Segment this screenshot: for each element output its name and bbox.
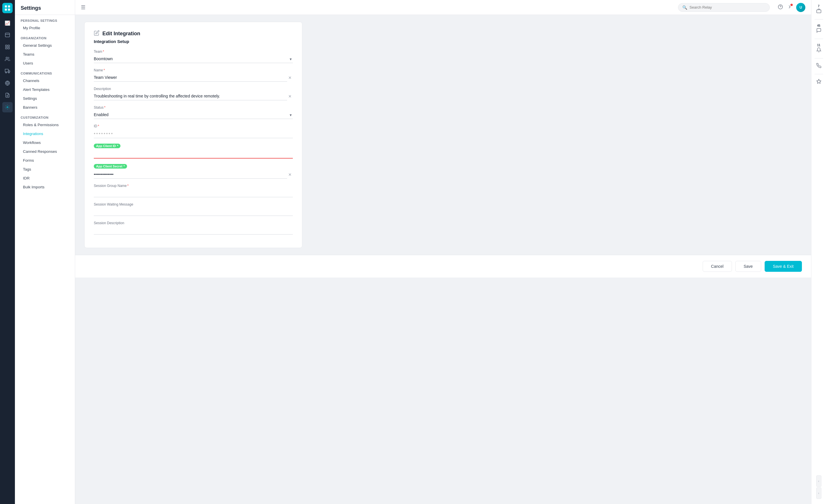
id-required-star: *	[98, 124, 99, 128]
svg-point-16	[7, 107, 8, 108]
right-panel-item-phone[interactable]	[814, 61, 824, 71]
app-logo[interactable]	[2, 3, 13, 13]
form-title-row: Edit Integration	[94, 30, 293, 37]
cancel-button[interactable]: Cancel	[703, 261, 732, 272]
status-label: Status*	[94, 106, 293, 110]
description-input[interactable]	[94, 92, 287, 100]
sidebar-item-workflows[interactable]: Workflows	[15, 138, 75, 147]
app-client-id-input[interactable]	[94, 150, 293, 159]
name-input[interactable]	[94, 73, 287, 82]
search-bar: 🔍	[678, 3, 770, 12]
sidebar-item-idr[interactable]: IDR	[15, 174, 75, 183]
sidebar-item-tags[interactable]: Tags	[15, 165, 75, 174]
svg-point-11	[5, 72, 7, 73]
status-field-group: Status* Enabled Disabled ▾	[94, 106, 293, 119]
sidebar-item-forms[interactable]: Forms	[15, 156, 75, 165]
main-scrollable: Edit Integration Integration Setup Team*…	[75, 15, 811, 504]
app-client-secret-badge: App Client Secret *	[94, 164, 127, 169]
nav-globe[interactable]	[2, 78, 13, 88]
id-input-wrapper	[94, 129, 293, 138]
right-panel-item-45[interactable]: 45	[814, 22, 824, 36]
save-exit-button[interactable]: Save & Exit	[765, 261, 802, 272]
session-group-name-input[interactable]	[94, 189, 293, 197]
team-select-wrapper: Boomtown ▾	[94, 55, 293, 63]
sidebar-item-teams[interactable]: Teams	[15, 50, 75, 59]
right-panel-badge-11: 11	[817, 44, 820, 47]
right-panel: 7 45 11	[811, 0, 826, 504]
session-waiting-message-input[interactable]	[94, 207, 293, 216]
name-label: Name*	[94, 68, 293, 72]
app-client-secret-field-group: App Client Secret * ✕	[94, 164, 293, 179]
name-field-group: Name* ✕	[94, 68, 293, 82]
nav-delivery[interactable]	[2, 66, 13, 76]
status-select[interactable]: Enabled Disabled	[94, 111, 293, 119]
nav-analytics[interactable]: 📈	[2, 18, 13, 28]
session-group-name-field-group: Session Group Name*	[94, 184, 293, 197]
sidebar-item-alert-templates[interactable]: Alert Templates	[15, 85, 75, 94]
description-input-wrapper: ✕	[94, 92, 293, 100]
svg-marker-20	[817, 79, 821, 83]
team-select[interactable]: Boomtown	[94, 55, 293, 63]
description-label: Description	[94, 87, 293, 91]
session-waiting-message-field-group: Session Waiting Message	[94, 202, 293, 216]
svg-rect-5	[5, 45, 7, 47]
right-panel-collapse-top[interactable]: ‹	[816, 475, 821, 487]
app-client-id-badge: App Client ID *	[94, 144, 120, 148]
sidebar: Settings Personal Settings My Profile Or…	[15, 0, 75, 504]
session-group-name-required-star: *	[127, 184, 129, 188]
right-panel-collapse-bottom[interactable]: ›	[816, 487, 821, 499]
right-panel-item-7[interactable]: 7	[814, 3, 824, 16]
sidebar-item-settings[interactable]: Settings	[15, 94, 75, 103]
app-client-secret-clear-icon[interactable]: ✕	[287, 172, 293, 177]
sidebar-item-general-settings[interactable]: General Settings	[15, 41, 75, 50]
description-field-group: Description ✕	[94, 87, 293, 100]
nav-settings[interactable]	[2, 102, 13, 112]
nav-inbox[interactable]	[2, 30, 13, 40]
nav-grid[interactable]	[2, 42, 13, 52]
svg-rect-2	[5, 9, 7, 11]
id-input[interactable]	[94, 129, 293, 138]
save-button[interactable]: Save	[735, 261, 761, 272]
description-clear-icon[interactable]: ✕	[287, 94, 293, 99]
sidebar-item-channels[interactable]: Channels	[15, 76, 75, 85]
sidebar-item-banners[interactable]: Banners	[15, 103, 75, 112]
sidebar-item-canned-responses[interactable]: Canned Responses	[15, 147, 75, 156]
search-input[interactable]	[690, 5, 765, 9]
status-required-star: *	[104, 106, 106, 110]
sidebar-item-roles-permissions[interactable]: Roles & Permissions	[15, 120, 75, 129]
user-avatar[interactable]: U	[796, 3, 805, 12]
menu-toggle-icon[interactable]: ☰	[81, 4, 85, 11]
team-required-star: *	[103, 50, 104, 54]
app-client-secret-input-wrapper: ✕	[94, 170, 293, 179]
svg-rect-7	[5, 48, 7, 49]
nav-contacts[interactable]	[2, 54, 13, 64]
right-panel-divider-3	[815, 58, 823, 59]
svg-rect-8	[8, 48, 9, 49]
forward-icon[interactable]	[787, 4, 792, 11]
sidebar-item-my-profile[interactable]: My Profile	[15, 23, 75, 33]
topbar-actions: U	[778, 3, 805, 12]
right-panel-badge-7: 7	[818, 5, 820, 8]
sidebar-section-customization: Customization	[15, 112, 75, 120]
sidebar-item-bulk-imports[interactable]: Bulk Imports	[15, 183, 75, 191]
app-client-id-required-star: *	[117, 144, 118, 148]
name-required-star: *	[104, 68, 105, 72]
page-body: Edit Integration Integration Setup Team*…	[75, 15, 811, 255]
help-icon[interactable]	[778, 4, 783, 11]
svg-rect-4	[5, 33, 10, 37]
session-waiting-message-input-wrapper	[94, 207, 293, 216]
edit-integration-card: Edit Integration Integration Setup Team*…	[84, 22, 302, 248]
session-description-input[interactable]	[94, 226, 293, 235]
nav-reports[interactable]	[2, 90, 13, 100]
name-clear-icon[interactable]: ✕	[287, 75, 293, 80]
right-panel-item-11[interactable]: 11	[814, 42, 824, 55]
right-panel-item-target[interactable]	[814, 77, 824, 87]
topbar: ☰ 🔍 U	[75, 0, 811, 15]
app-client-secret-input[interactable]	[94, 170, 287, 179]
sidebar-item-users[interactable]: Users	[15, 59, 75, 68]
form-subtitle: Integration Setup	[94, 39, 293, 44]
page-area: ☰ 🔍 U	[75, 0, 811, 504]
sidebar-item-integrations[interactable]: Integrations	[15, 129, 75, 138]
svg-rect-19	[817, 10, 821, 13]
right-panel-divider-1	[815, 19, 823, 19]
